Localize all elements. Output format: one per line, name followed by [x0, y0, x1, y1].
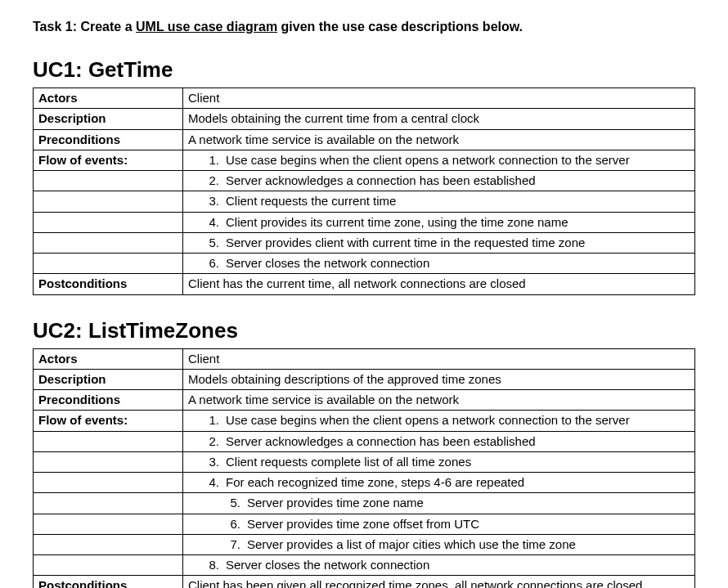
step-text: Server acknowledges a connection has bee… — [226, 173, 536, 187]
uc2-flow-step: 4.For each recognized time zone, steps 4… — [183, 473, 695, 493]
step-number: 4. — [203, 474, 219, 491]
uc2-table: Actors Client Description Models obtaini… — [33, 348, 695, 589]
step-text: Client provides its current time zone, u… — [226, 215, 568, 229]
step-number: 3. — [203, 454, 219, 470]
uc2-actors-label: Actors — [34, 348, 183, 369]
empty-cell — [34, 212, 183, 232]
empty-cell — [34, 191, 183, 212]
step-number: 6. — [224, 516, 240, 532]
table-row: Flow of events:1.Use case begins when th… — [34, 150, 695, 170]
empty-cell — [34, 473, 183, 493]
uc1-preconditions: A network time service is available on t… — [183, 129, 695, 150]
table-row: 4.Client provides its current time zone,… — [34, 212, 695, 232]
uc1-flow-step: 4.Client provides its current time zone,… — [183, 212, 695, 232]
uc2-postconditions-label: Postconditions — [34, 576, 183, 588]
uc2-flow-step: 2.Server acknowledges a connection has b… — [183, 431, 695, 451]
uc1-actors: Client — [183, 88, 695, 109]
table-row: Flow of events:1.Use case begins when th… — [34, 411, 695, 431]
uc2-flow-step: 7.Server provides a list of major cities… — [183, 534, 695, 554]
uc1-flow-step: 6.Server closes the network connection — [183, 254, 695, 274]
uc1-preconditions-label: Preconditions — [34, 129, 183, 150]
uc2-flow-step: 3.Client requests complete list of all t… — [183, 451, 695, 472]
step-text: Server closes the network connection — [226, 256, 429, 270]
step-text: Server provides a list of major cities w… — [247, 537, 576, 551]
uc2-title: UC2: ListTimeZones — [33, 318, 695, 343]
uc2-description: Models obtaining descriptions of the app… — [183, 369, 695, 389]
step-number: 1. — [203, 412, 219, 429]
uc2-flow-step: 5.Server provides time zone name — [183, 493, 695, 514]
table-row: 6.Server closes the network connection — [34, 254, 695, 274]
table-row: 8.Server closes the network connection — [34, 555, 695, 576]
step-text: Server provides client with current time… — [226, 236, 585, 249]
uc1-flow-step: 2.Server acknowledges a connection has b… — [183, 171, 695, 191]
table-row: 2.Server acknowledges a connection has b… — [34, 171, 695, 191]
uc1-flow-step: 3.Client requests the current time — [183, 191, 695, 212]
uc1-table: Actors Client Description Models obtaini… — [33, 88, 695, 295]
table-row: Actors Client — [34, 348, 695, 369]
step-text: For each recognized time zone, steps 4-6… — [226, 475, 524, 489]
empty-cell — [34, 254, 183, 274]
step-number: 6. — [203, 255, 219, 272]
table-row: 3.Client requests the current time — [34, 191, 695, 212]
task-suffix: given the use case descriptions below. — [277, 20, 523, 34]
table-row: Description Models obtaining the current… — [34, 109, 695, 129]
empty-cell — [34, 555, 183, 576]
empty-cell — [34, 171, 183, 191]
table-row: 3.Client requests complete list of all t… — [34, 451, 695, 472]
table-row: 5.Server provides time zone name — [34, 493, 695, 514]
uc1-flow-step: 1.Use case begins when the client opens … — [183, 150, 695, 170]
step-text: Use case begins when the client opens a … — [226, 413, 630, 427]
step-number: 1. — [203, 152, 219, 168]
table-row: Preconditions A network time service is … — [34, 129, 695, 150]
uc1-title: UC1: GetTime — [33, 57, 695, 83]
uc1-description: Models obtaining the current time from a… — [183, 109, 695, 129]
table-row: 5.Server provides client with current ti… — [34, 232, 695, 253]
step-number: 2. — [203, 433, 219, 450]
task-prefix: Task 1: Create a — [33, 20, 136, 34]
empty-cell — [34, 431, 183, 451]
step-text: Client requests the current time — [226, 194, 396, 208]
task-instruction: Task 1: Create a UML use case diagram gi… — [33, 20, 695, 34]
uc2-postconditions: Client has been given all recognized tim… — [183, 576, 695, 588]
empty-cell — [34, 232, 183, 253]
step-number: 3. — [203, 193, 219, 209]
table-row: 4.For each recognized time zone, steps 4… — [34, 473, 695, 493]
uc2-flow-step: 8.Server closes the network connection — [183, 555, 695, 576]
uc1-actors-label: Actors — [34, 88, 183, 109]
step-number: 7. — [224, 536, 240, 553]
step-text: Client requests complete list of all tim… — [226, 455, 471, 469]
uc2-flow-step: 1.Use case begins when the client opens … — [183, 411, 695, 431]
empty-cell — [34, 514, 183, 534]
uc2-flow-label: Flow of events: — [34, 411, 183, 431]
step-text: Server provides time zone name — [247, 496, 424, 509]
step-text: Server closes the network connection — [226, 558, 429, 572]
table-row: Postconditions Client has the current ti… — [34, 274, 695, 294]
uc2-actors: Client — [183, 348, 695, 369]
table-row: Postconditions Client has been given all… — [34, 576, 695, 588]
table-row: Preconditions A network time service is … — [34, 390, 695, 411]
step-number: 5. — [203, 235, 219, 251]
table-row: 6.Server provides time zone offset from … — [34, 514, 695, 534]
uc2-flow-step: 6.Server provides time zone offset from … — [183, 514, 695, 534]
step-number: 2. — [203, 173, 219, 189]
table-row: Actors Client — [34, 88, 695, 109]
uc2-preconditions: A network time service is available on t… — [183, 390, 695, 411]
step-number: 5. — [224, 495, 240, 511]
uc1-flow-label: Flow of events: — [34, 150, 183, 170]
table-row: 2.Server acknowledges a connection has b… — [34, 431, 695, 451]
table-row: Description Models obtaining description… — [34, 369, 695, 389]
uc1-postconditions: Client has the current time, all network… — [183, 274, 695, 294]
uc1-postconditions-label: Postconditions — [34, 274, 183, 294]
empty-cell — [34, 451, 183, 472]
uc1-description-label: Description — [34, 109, 183, 129]
table-row: 7.Server provides a list of major cities… — [34, 534, 695, 554]
uc2-description-label: Description — [34, 369, 183, 389]
step-text: Server acknowledges a connection has bee… — [226, 434, 536, 448]
uc2-preconditions-label: Preconditions — [34, 390, 183, 411]
task-underlined: UML use case diagram — [136, 20, 277, 34]
step-text: Server provides time zone offset from UT… — [247, 517, 479, 531]
step-number: 4. — [203, 214, 219, 231]
empty-cell — [34, 534, 183, 554]
uc1-flow-step: 5.Server provides client with current ti… — [183, 232, 695, 253]
empty-cell — [34, 493, 183, 514]
